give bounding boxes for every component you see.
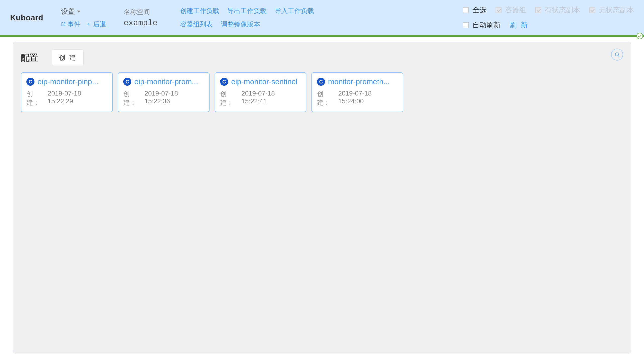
card-title: eip-monitor-pinp... bbox=[37, 77, 98, 86]
action-row-1: 创建工作负载 导出工作负载 导入工作负载 bbox=[180, 7, 314, 15]
card-meta: 创建： 2019-07-18 15:22:41 bbox=[220, 89, 301, 107]
config-card[interactable]: C eip-monitor-prom... 创建： 2019-07-18 15:… bbox=[118, 72, 210, 112]
settings-label: 设置 bbox=[61, 7, 75, 16]
events-link[interactable]: 事件 bbox=[61, 20, 80, 29]
card-created-label: 创建： bbox=[317, 89, 336, 107]
header: Kuboard 设置 事件 后退 名称空间 example bbox=[0, 0, 644, 35]
card-created-label: 创建： bbox=[123, 89, 142, 107]
card-created-value: 2019-07-18 15:22:41 bbox=[241, 89, 301, 107]
panel-header: 配置 创 建 bbox=[21, 50, 623, 66]
select-all-checkbox-group[interactable]: 全选 bbox=[463, 5, 487, 15]
card-created-value: 2019-07-18 15:22:29 bbox=[48, 89, 107, 107]
namespace-value: example bbox=[124, 18, 157, 28]
card-title: monitor-prometh... bbox=[328, 77, 390, 86]
config-card[interactable]: C eip-monitor-pinp... 创建： 2019-07-18 15:… bbox=[21, 72, 113, 112]
export-workload-link[interactable]: 导出工作负载 bbox=[227, 7, 267, 15]
chevron-down-icon bbox=[77, 11, 80, 13]
refresh-link[interactable]: 刷 新 bbox=[510, 20, 529, 30]
container-group-checkbox bbox=[496, 7, 502, 13]
card-title-row: C eip-monitor-sentinel bbox=[220, 77, 301, 86]
action-links: 创建工作负载 导出工作负载 导入工作负载 容器组列表 调整镜像版本 bbox=[180, 7, 314, 29]
header-right: 全选 容器组 有状态副本 无状态副本 自动刷新 刷 新 bbox=[463, 5, 634, 30]
card-title-row: C eip-monitor-pinp... bbox=[26, 77, 107, 86]
card-title: eip-monitor-sentinel bbox=[231, 77, 297, 86]
header-sublinks: 事件 后退 bbox=[61, 20, 106, 29]
card-badge-icon: C bbox=[317, 78, 325, 86]
card-meta: 创建： 2019-07-18 15:22:36 bbox=[123, 89, 204, 107]
auto-refresh-checkbox-group[interactable]: 自动刷新 bbox=[463, 20, 501, 30]
card-title: eip-monitor-prom... bbox=[134, 77, 198, 86]
card-badge-icon: C bbox=[26, 78, 34, 86]
main-panel: 配置 创 建 C eip-monitor-pinp... 创建： 2019-07… bbox=[13, 42, 631, 353]
cards-row: C eip-monitor-pinp... 创建： 2019-07-18 15:… bbox=[21, 72, 623, 112]
back-label: 后退 bbox=[93, 20, 106, 29]
namespace-label: 名称空间 bbox=[124, 8, 157, 16]
card-title-row: C eip-monitor-prom... bbox=[123, 77, 204, 86]
auto-refresh-checkbox[interactable] bbox=[463, 22, 469, 28]
stateful-checkbox bbox=[535, 7, 541, 13]
adjust-image-link[interactable]: 调整镜像版本 bbox=[221, 20, 260, 29]
container-group-checkbox-group: 容器组 bbox=[496, 5, 526, 15]
svg-point-0 bbox=[615, 53, 619, 56]
stateless-label: 无状态副本 bbox=[599, 5, 634, 15]
card-created-value: 2019-07-18 15:24:00 bbox=[338, 89, 398, 107]
card-badge-icon: C bbox=[123, 78, 131, 86]
panel-title: 配置 bbox=[21, 52, 38, 64]
events-label: 事件 bbox=[67, 20, 80, 29]
stateless-checkbox-group: 无状态副本 bbox=[589, 5, 634, 15]
card-title-row: C monitor-prometh... bbox=[317, 77, 398, 86]
logo[interactable]: Kuboard bbox=[10, 13, 43, 22]
filter-row-1: 全选 容器组 有状态副本 无状态副本 bbox=[463, 5, 634, 15]
stateful-checkbox-group: 有状态副本 bbox=[535, 5, 580, 15]
card-created-label: 创建： bbox=[26, 89, 46, 107]
config-card[interactable]: C eip-monitor-sentinel 创建： 2019-07-18 15… bbox=[215, 72, 306, 112]
card-created-value: 2019-07-18 15:22:36 bbox=[144, 89, 204, 107]
stateless-checkbox bbox=[589, 7, 595, 13]
import-workload-link[interactable]: 导入工作负载 bbox=[275, 7, 314, 15]
container-list-link[interactable]: 容器组列表 bbox=[180, 20, 213, 29]
card-badge-icon: C bbox=[220, 78, 228, 86]
card-created-label: 创建： bbox=[220, 89, 239, 107]
filter-row-2: 自动刷新 刷 新 bbox=[463, 20, 634, 30]
card-meta: 创建： 2019-07-18 15:22:29 bbox=[26, 89, 107, 107]
config-card[interactable]: C monitor-prometh... 创建： 2019-07-18 15:2… bbox=[311, 72, 403, 112]
search-icon bbox=[614, 52, 620, 57]
check-circle-icon bbox=[636, 33, 643, 39]
external-link-icon bbox=[61, 22, 66, 27]
stateful-label: 有状态副本 bbox=[545, 5, 580, 15]
action-row-2: 容器组列表 调整镜像版本 bbox=[180, 20, 314, 29]
namespace-section: 名称空间 example bbox=[124, 8, 157, 28]
arrow-left-icon bbox=[87, 22, 92, 27]
create-workload-link[interactable]: 创建工作负载 bbox=[180, 7, 219, 15]
select-all-checkbox[interactable] bbox=[463, 7, 469, 13]
header-left: 设置 事件 后退 bbox=[61, 7, 106, 29]
create-button[interactable]: 创 建 bbox=[52, 50, 84, 66]
select-all-label: 全选 bbox=[472, 5, 487, 15]
progress-bar bbox=[0, 35, 644, 37]
card-meta: 创建： 2019-07-18 15:24:00 bbox=[317, 89, 398, 107]
container-group-label: 容器组 bbox=[505, 5, 526, 15]
settings-dropdown[interactable]: 设置 bbox=[61, 7, 106, 16]
auto-refresh-label: 自动刷新 bbox=[472, 20, 501, 30]
back-link[interactable]: 后退 bbox=[87, 20, 106, 29]
search-button[interactable] bbox=[611, 49, 623, 61]
